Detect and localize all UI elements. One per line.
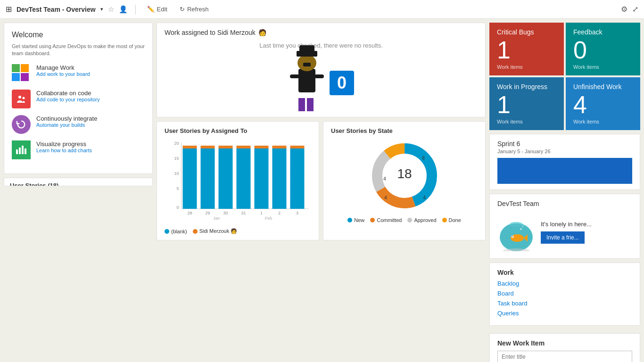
topbar-right: ⚙ ⤢ <box>621 5 638 14</box>
donut-wrapper: 18 8 4 4 4 <box>331 138 478 214</box>
legend-done: Done <box>442 217 461 223</box>
refresh-button[interactable]: ↻ Refresh <box>176 4 213 15</box>
invite-button[interactable]: Invite a frie... <box>541 231 585 244</box>
svg-point-1 <box>23 97 25 99</box>
sprint-dates: January 5 - January 26 <box>497 148 632 154</box>
stat-critical-bugs-number: 1 <box>497 38 556 62</box>
svg-text:31: 31 <box>241 211 246 215</box>
legend-approved: Approved <box>407 217 436 223</box>
stat-feedback-number: 0 <box>573 38 633 62</box>
work-links-panel: Work Backlog Board Task board Queries <box>489 263 640 326</box>
welcome-item-manage: Manage Work Add work to your board <box>12 64 145 83</box>
new-work-item-title: New Work Item <box>497 339 632 347</box>
queries-link[interactable]: Queries <box>497 310 632 317</box>
svg-rect-20 <box>201 146 215 148</box>
topbar: ⊞ DevTest Team - Overview ▾ ☆ 👤 ✏️ Edit … <box>0 0 644 19</box>
stats-grid: Critical Bugs 1 Work items Feedback 0 Wo… <box>489 23 640 130</box>
edit-button[interactable]: ✏️ Edit <box>143 4 171 15</box>
visualize-link[interactable]: Learn how to add charts <box>36 148 92 153</box>
svg-rect-19 <box>201 148 215 209</box>
expand-icon[interactable]: ⤢ <box>632 5 638 14</box>
stat-unfinished-number: 4 <box>573 92 633 117</box>
person-emoji: 🧑 <box>258 29 266 36</box>
stat-unfinished-subtitle: Work items <box>573 119 633 124</box>
svg-rect-24 <box>237 146 251 148</box>
fish-bowl-svg <box>497 211 535 251</box>
manage-work-link[interactable]: Add work to your board <box>36 71 90 77</box>
devtest-title: DevTest Team <box>497 200 632 207</box>
integrate-link[interactable]: Automate your builds <box>36 122 97 128</box>
work-assigned-content: Last time you checked, there were no res… <box>165 40 478 111</box>
stat-critical-bugs-title: Critical Bugs <box>497 28 556 36</box>
collaborate-title: Collaborate on code <box>36 90 100 97</box>
dashboard-icon: ⊞ <box>6 5 12 14</box>
welcome-panel: Welcome Get started using Azure DevOps t… <box>4 23 153 174</box>
empty-message: Last time you checked, there were no res… <box>259 42 383 49</box>
character-figure <box>288 55 326 111</box>
visualize-icon <box>12 140 31 159</box>
legend-blank: (blank) <box>165 228 187 234</box>
stat-feedback[interactable]: Feedback 0 Work items <box>566 23 640 75</box>
stat-wip-subtitle: Work items <box>497 119 556 124</box>
middle-column: Work assigned to Sidi Merzouk 🧑 Last tim… <box>157 23 486 178</box>
settings-icon[interactable]: ⚙ <box>621 5 627 14</box>
svg-text:2: 2 <box>278 211 281 215</box>
svg-text:29: 29 <box>205 211 210 215</box>
welcome-item-visualize: Visualize progress Learn how to add char… <box>12 140 145 159</box>
legend-committed: Committed <box>370 217 402 223</box>
svg-point-59 <box>522 226 524 227</box>
pencil-icon: ✏️ <box>147 6 155 13</box>
collaborate-link[interactable]: Add code to your repository <box>36 97 100 102</box>
backlog-link[interactable]: Backlog <box>497 280 632 287</box>
chevron-down-icon[interactable]: ▾ <box>100 6 103 12</box>
stat-feedback-subtitle: Work items <box>573 64 633 70</box>
stat-critical-bugs-subtitle: Work items <box>497 64 556 70</box>
devtest-content: It's lonely in here... Invite a frie... <box>497 211 632 253</box>
svg-text:30: 30 <box>223 211 228 215</box>
welcome-item-collaborate: Collaborate on code Add code to your rep… <box>12 90 145 108</box>
user-stories-panel: User Stories (18) ID Work ... Title Assi… <box>4 178 153 186</box>
svg-rect-28 <box>272 146 287 148</box>
new-work-item-panel: New Work Item Bug Cr... <box>489 333 640 362</box>
svg-text:Feb: Feb <box>265 216 272 221</box>
bottom-charts: User Stories by Assigned To 20 15 10 5 0 <box>157 121 486 240</box>
stat-unfinished-title: Unfinished Work <box>573 83 633 90</box>
devtest-message: It's lonely in here... <box>541 221 592 228</box>
board-link[interactable]: Board <box>497 290 632 297</box>
bar-chart-panel: User Stories by Assigned To 20 15 10 5 0 <box>157 121 319 240</box>
donut-svg: 18 8 4 4 4 <box>367 138 442 214</box>
svg-rect-2 <box>16 149 18 154</box>
integrate-title: Continuously integrate <box>36 115 97 122</box>
donut-chart-panel: User Stories by State <box>323 121 486 240</box>
divider <box>135 5 136 14</box>
donut-chart-legend: New Committed Approved Done <box>331 217 478 223</box>
svg-rect-22 <box>219 146 233 148</box>
task-board-link[interactable]: Task board <box>497 300 632 307</box>
stat-wip-number: 1 <box>497 92 556 117</box>
svg-point-54 <box>511 234 524 242</box>
stat-unfinished[interactable]: Unfinished Work 4 Work items <box>566 77 640 130</box>
left-column: Welcome Get started using Azure DevOps t… <box>4 23 153 178</box>
fish-bowl <box>497 211 535 253</box>
right-column: Critical Bugs 1 Work items Feedback 0 Wo… <box>489 23 640 178</box>
new-work-title-input[interactable] <box>497 351 632 362</box>
bar-chart-svg: 20 15 10 5 0 <box>165 138 311 223</box>
work-assigned-title: Work assigned to Sidi Merzouk 🧑 <box>165 29 478 36</box>
svg-text:Jan: Jan <box>213 216 220 221</box>
svg-text:15: 15 <box>174 156 179 161</box>
work-assigned-panel: Work assigned to Sidi Merzouk 🧑 Last tim… <box>157 23 486 117</box>
stat-feedback-title: Feedback <box>573 28 633 36</box>
svg-rect-3 <box>19 148 21 154</box>
refresh-icon: ↻ <box>180 6 185 13</box>
svg-point-60 <box>503 248 529 251</box>
svg-point-0 <box>18 96 21 99</box>
svg-text:0: 0 <box>176 205 179 210</box>
person-icon[interactable]: 👤 <box>119 5 128 14</box>
star-icon[interactable]: ☆ <box>108 5 114 14</box>
welcome-title: Welcome <box>12 31 145 39</box>
welcome-item-integrate: Continuously integrate Automate your bui… <box>12 115 145 134</box>
stat-wip[interactable]: Work in Progress 1 Work items <box>489 77 564 130</box>
stat-critical-bugs[interactable]: Critical Bugs 1 Work items <box>489 23 564 75</box>
svg-point-58 <box>520 228 522 230</box>
stat-wip-title: Work in Progress <box>497 83 556 90</box>
